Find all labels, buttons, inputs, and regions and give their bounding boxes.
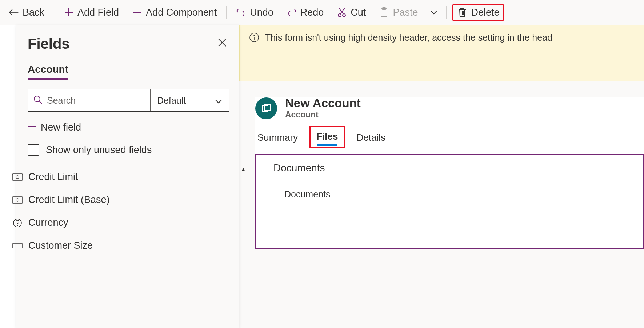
entity-icon	[255, 97, 277, 119]
cut-button[interactable]: Cut	[331, 4, 372, 21]
field-label: Credit Limit	[28, 171, 78, 183]
tab-details[interactable]: Details	[355, 129, 388, 148]
svg-rect-30	[262, 106, 268, 112]
cut-label: Cut	[351, 7, 366, 18]
info-banner: This form isn't using high density heade…	[239, 25, 644, 81]
form-title: New Account	[285, 97, 361, 110]
chevron-down-icon	[429, 7, 439, 17]
section-documents[interactable]: Documents Documents ---	[255, 154, 644, 249]
delete-label: Delete	[471, 7, 499, 18]
svg-rect-26	[12, 244, 23, 248]
close-panel-button[interactable]	[215, 36, 229, 52]
svg-point-25	[17, 225, 18, 226]
trash-icon	[457, 7, 467, 17]
field-label: Currency	[28, 217, 68, 228]
add-field-label: Add Field	[77, 7, 119, 18]
search-input[interactable]	[47, 95, 145, 106]
field-list: ▲ Credit Limit Credit Lim	[4, 163, 249, 257]
info-icon	[249, 32, 259, 45]
documents-field-value: ---	[386, 189, 395, 200]
tab-files[interactable]: Files	[314, 128, 340, 147]
close-icon	[217, 38, 227, 47]
new-field-button[interactable]: New field	[28, 122, 229, 133]
add-field-button[interactable]: Add Field	[58, 4, 125, 21]
plus-icon	[28, 122, 36, 133]
redo-icon	[287, 7, 297, 17]
search-filter-row: Default	[28, 89, 229, 112]
back-label: Back	[23, 7, 44, 18]
form-tabs: Summary Files Details	[255, 126, 644, 148]
add-component-label: Add Component	[146, 7, 217, 18]
filter-dropdown[interactable]: Default	[150, 89, 229, 111]
chevron-down-icon	[215, 95, 222, 106]
plus-icon	[64, 7, 74, 17]
svg-line-17	[39, 101, 42, 104]
undo-label: Undo	[250, 7, 273, 18]
form-subtitle: Account	[285, 110, 361, 120]
paste-button[interactable]: Paste	[373, 4, 424, 21]
field-label: Credit Limit (Base)	[28, 194, 110, 205]
arrow-left-icon	[9, 7, 19, 17]
form-header: New Account Account	[255, 97, 644, 126]
show-unused-toggle[interactable]: Show only unused fields	[28, 144, 229, 156]
svg-point-23	[16, 199, 19, 201]
paste-label: Paste	[393, 7, 418, 18]
field-item-customer-size[interactable]: Customer Size	[4, 234, 249, 257]
svg-rect-20	[12, 174, 23, 180]
separator	[446, 6, 447, 19]
search-icon	[33, 95, 43, 106]
entity-tab-account[interactable]: Account	[28, 64, 68, 80]
search-cell[interactable]	[28, 89, 150, 111]
tab-summary[interactable]: Summary	[255, 129, 300, 148]
svg-point-6	[343, 14, 345, 17]
tab-files-highlight: Files	[309, 126, 345, 148]
section-title: Documents	[273, 162, 643, 174]
svg-point-16	[34, 96, 40, 102]
redo-label: Redo	[300, 7, 324, 18]
svg-point-5	[338, 14, 341, 17]
show-unused-label: Show only unused fields	[46, 144, 152, 156]
banner-text: This form isn't using high density heade…	[265, 32, 552, 43]
separator	[226, 6, 227, 19]
separator	[54, 6, 54, 19]
paste-dropdown[interactable]	[425, 4, 443, 20]
optionset-icon	[11, 242, 24, 249]
documents-field-row[interactable]: Documents ---	[284, 184, 639, 205]
redo-button[interactable]: Redo	[281, 4, 330, 21]
delete-button[interactable]: Delete	[452, 4, 504, 21]
currency-icon	[11, 196, 24, 204]
panel-title: Fields	[28, 36, 70, 52]
svg-point-29	[254, 35, 255, 36]
undo-button[interactable]: Undo	[230, 4, 279, 21]
svg-rect-22	[12, 197, 23, 203]
field-item-currency[interactable]: Currency	[4, 211, 249, 234]
field-label: Customer Size	[28, 240, 93, 251]
scroll-up-arrow[interactable]: ▲	[241, 166, 246, 172]
add-component-button[interactable]: Add Component	[126, 4, 223, 21]
undo-icon	[236, 7, 246, 17]
documents-field-label: Documents	[284, 189, 386, 200]
plus-icon	[132, 7, 142, 17]
new-field-label: New field	[41, 122, 81, 133]
fields-panel: Fields Account	[16, 25, 239, 328]
show-unused-checkbox[interactable]	[28, 144, 39, 156]
cut-icon	[337, 7, 347, 17]
field-item-credit-limit-base[interactable]: Credit Limit (Base)	[4, 188, 249, 211]
field-item-credit-limit[interactable]: Credit Limit	[4, 165, 249, 188]
help-icon	[11, 218, 24, 228]
svg-point-21	[16, 176, 19, 179]
form-canvas: This form isn't using high density heade…	[239, 25, 644, 328]
currency-icon	[11, 173, 24, 181]
paste-icon	[379, 7, 389, 17]
back-button[interactable]: Back	[3, 4, 50, 21]
toolbar: Back Add Field Add Component	[0, 0, 644, 25]
filter-label: Default	[157, 95, 186, 106]
svg-rect-31	[264, 104, 270, 110]
